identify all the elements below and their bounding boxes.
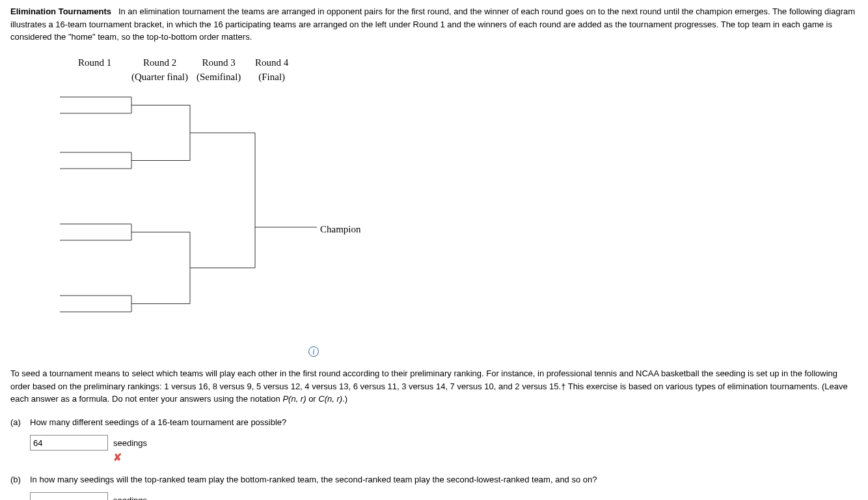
bracket-diagram bbox=[60, 51, 424, 351]
intro-title: Elimination Tournaments bbox=[10, 7, 111, 16]
question-b: (b) In how many seedings will the top-ra… bbox=[10, 473, 858, 501]
question-b-units: seedings bbox=[113, 492, 147, 500]
question-a-units: seedings bbox=[113, 435, 147, 450]
intro-paragraph: Elimination Tournaments In an eliminatio… bbox=[10, 5, 858, 44]
question-b-letter: (b) bbox=[10, 473, 30, 486]
incorrect-icon: ✘ bbox=[113, 452, 122, 463]
intro-text: In an elimination tournament the teams a… bbox=[10, 7, 855, 42]
question-a-input[interactable] bbox=[30, 435, 108, 451]
question-a-text: How many different seedings of a 16-team… bbox=[30, 416, 858, 429]
seeding-paragraph: To seed a tournament means to select whi… bbox=[10, 367, 858, 406]
question-a: (a) How many different seedings of a 16-… bbox=[10, 416, 858, 463]
question-b-text: In how many seedings will the top-ranked… bbox=[30, 473, 858, 486]
question-a-letter: (a) bbox=[10, 416, 30, 429]
question-b-input[interactable] bbox=[30, 492, 108, 500]
tournament-bracket: Round 1 Round 2 (Quarter final) Round 3 … bbox=[60, 51, 424, 351]
